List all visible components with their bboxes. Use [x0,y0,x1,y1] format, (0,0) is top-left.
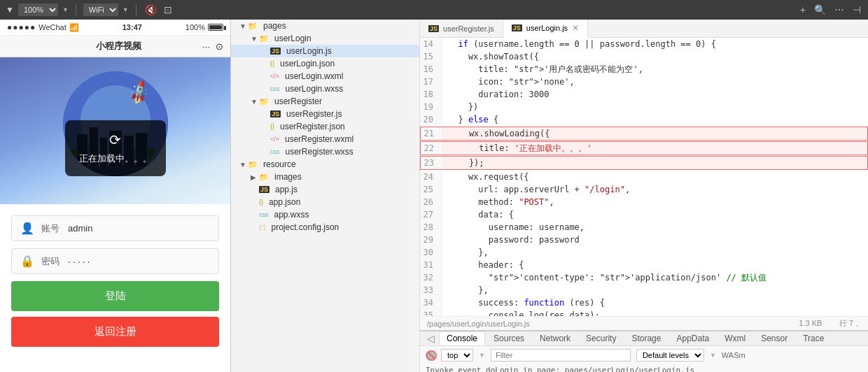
tree-item-3[interactable]: {}userLogin.json [231,57,419,70]
level-arrow-icon: ▼ [710,352,716,359]
line-number: 19 [420,101,442,113]
tree-item-1[interactable]: ▼📁userLogin [231,32,419,45]
line-number: 29 [420,234,442,246]
tree-item-label: images [274,172,302,182]
tab-console[interactable]: Console [439,331,485,345]
nav-record-icon[interactable]: ⊙ [216,41,223,52]
code-line-16: 16 title: "str">'用户名或密码不能为空', [420,63,868,76]
loading-spinner-icon: ⟳ [79,131,152,148]
battery-percent: 100% [186,23,205,31]
login-button[interactable]: 登陆 [11,281,219,311]
code-line-21: 21 wx.showLoading({ [420,127,868,141]
tree-item-14[interactable]: {}app.json [231,196,419,208]
password-field[interactable]: 🔒 密码 ····· [11,248,219,274]
code-editor[interactable]: 14 if (username.length == 0 || password.… [420,38,868,316]
line-number: 34 [420,296,442,309]
file-path-bar: /pages/userLogin/userLogin.js 1.3 KB 行 7… [420,316,868,330]
config-icon: {*} [259,224,266,231]
page-title: 小程序视频 [35,40,202,52]
tree-item-label: userLogin [274,34,312,43]
tab-security[interactable]: Security [579,332,623,345]
add-icon[interactable]: + [799,3,807,17]
toolbar-left: ▼ 100%75%125% ▼ WiFi ▼ 🔇 ⊡ [6,3,174,17]
zoom-arrow-icon: ▼ [62,6,69,13]
tree-item-label: userRegister.js [286,109,342,119]
stop-button[interactable]: 🚫 [426,350,435,360]
js-icon: JS [270,48,281,55]
line-content: }); [443,157,867,169]
split-icon[interactable]: ⊣ [851,3,862,17]
tree-item-4[interactable]: </>userLogin.wxml [231,70,419,83]
code-line-23: 23 }); [420,156,868,170]
tab-network[interactable]: Network [533,332,578,345]
code-line-27: 27 data: { [420,208,868,221]
password-label: 密码 [41,255,61,268]
context-select[interactable]: top [441,349,473,362]
file-info: 1.3 KB 行 7， [799,318,861,329]
code-line-29: 29 password: password [420,234,868,246]
tree-item-label: app.json [269,197,300,207]
separator [76,4,76,15]
register-button[interactable]: 返回注册 [11,317,219,347]
tab-userregister[interactable]: JS userRegister.js [420,20,503,37]
tab-appdata[interactable]: AppData [669,332,716,345]
code-line-22: 22 title: '正在加载中。。。' [420,141,868,155]
mute-icon[interactable]: 🔇 [144,3,158,17]
line-content: icon: "str">'none', [442,76,868,88]
folder-icon: 📁 [259,173,269,182]
code-line-35: 35 console.log(res.data); [420,309,868,316]
search-icon[interactable]: 🔍 [813,3,827,17]
tab-storage[interactable]: Storage [624,332,668,345]
line-number: 21 [421,127,443,140]
code-line-17: 17 icon: "str">'none', [420,76,868,88]
tree-item-label: userLogin.wxss [286,84,344,94]
tree-item-8[interactable]: {}userRegister.json [231,120,419,133]
tab-sensor[interactable]: Sensor [754,332,794,345]
filter-input[interactable] [491,349,631,362]
status-right: 100% [186,23,223,31]
zoom-select[interactable]: 100%75%125% [18,3,58,16]
line-number: 25 [420,183,442,196]
tree-item-2[interactable]: JSuserLogin.js [231,45,419,57]
tab-sources[interactable]: Sources [486,332,531,345]
folder-icon: 📁 [248,22,258,31]
tree-item-12[interactable]: ▶📁images [231,171,419,183]
tab-wxml[interactable]: Wxml [718,332,752,345]
tree-item-7[interactable]: JSuserRegister.js [231,108,419,120]
tree-item-5[interactable]: cssuserLogin.wxss [231,83,419,95]
screen-icon[interactable]: ⊡ [162,3,174,17]
tree-item-13[interactable]: JSapp.js [231,183,419,196]
tab-userlogin[interactable]: JS userLogin.js ✕ [503,20,588,38]
wifi-select[interactable]: WiFi [83,3,118,16]
tree-item-6[interactable]: ▼📁userRegister [231,95,419,108]
line-content: wx.showToast({ [442,50,868,63]
close-tab-icon[interactable]: ✕ [572,23,579,33]
tree-item-label: userLogin.js [286,46,332,56]
json-icon: {} [270,60,274,67]
dropdown-arrow-icon[interactable]: ▼ [6,5,14,15]
tab-trace[interactable]: Trace [796,332,831,345]
code-tabs: JS userRegister.js JS userLogin.js ✕ [420,20,868,38]
main-area: ●●●●● WeChat 📶 13:47 100% 小程序视频 ··· ⊙ [0,20,868,372]
tree-item-15[interactable]: cssapp.wxss [231,208,419,221]
tree-item-label: project.config.json [272,222,340,232]
more-icon[interactable]: ⋯ [833,3,846,17]
tree-item-9[interactable]: </>userRegister.wxml [231,133,419,145]
username-field[interactable]: 👤 账号 admin [11,215,219,241]
log-level-select[interactable]: Default levels [636,349,704,362]
line-content: header: { [442,259,868,271]
tree-item-11[interactable]: ▼📁resource [231,158,419,171]
devtools-back-icon[interactable]: ◁ [424,333,438,344]
line-content: }, [442,246,868,259]
nav-dots[interactable]: ··· [202,41,210,52]
json-icon: {} [270,123,274,130]
phone-form: 👤 账号 admin 🔒 密码 ····· 登陆 返回注册 [0,204,230,358]
tree-item-16[interactable]: {*}project.config.json [231,221,419,234]
tree-item-label: userLogin.wxml [285,71,343,81]
tree-item-0[interactable]: ▼📁pages [231,20,419,32]
wifi-status-icon: 📶 [69,23,79,32]
line-number: 27 [420,208,442,221]
line-number: 14 [420,38,442,50]
tree-item-label: userRegister.wxml [285,134,354,144]
tree-item-10[interactable]: cssuserRegister.wxss [231,145,419,158]
